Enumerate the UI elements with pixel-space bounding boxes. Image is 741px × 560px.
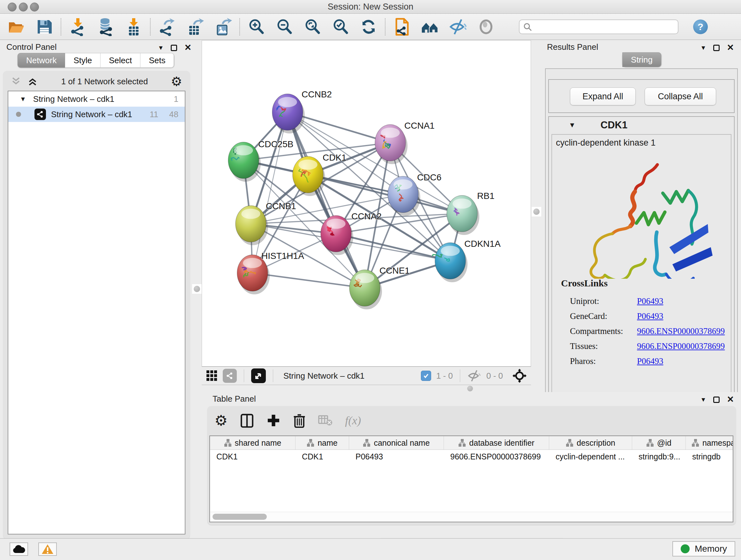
table-cell[interactable]: CDK1 [295,450,349,463]
network-edge-CCNB2-CCNE1[interactable] [287,112,365,288]
memory-button[interactable]: Memory [672,541,735,557]
zoom-selected-button[interactable] [331,17,350,37]
function-builder-icon[interactable]: f(x) [345,414,361,427]
open-session-button[interactable] [7,17,25,37]
create-column-plus-icon[interactable] [266,414,280,428]
network-canvas[interactable]: CCNB2CCNA1CDC25BCDK1CDC6RB1CCNB1CCNA2CDK… [202,40,531,367]
column-header-description[interactable]: description [549,436,632,449]
search-input[interactable] [535,22,674,32]
network-node-CCNB2[interactable]: CCNB2 [272,89,332,133]
home-button[interactable] [421,17,439,37]
maximize-panel-icon[interactable] [171,45,177,51]
expand-all-icon[interactable] [27,77,38,86]
network-node-CDC25B[interactable]: CDC25B [228,139,293,182]
table-row[interactable]: CDK1CDK1P064939606.ENSP00000378699cyclin… [210,450,733,463]
entry-collapse-icon[interactable]: ▼ [569,121,576,129]
crosslink-link[interactable]: 9606.ENSP00000378699 [637,326,725,336]
tab-network[interactable]: Network [17,53,65,68]
bottom-splitter-handle[interactable] [467,386,474,391]
table-cell[interactable]: stringdb:9... [632,450,686,463]
import-table-from-file-button[interactable] [125,17,143,37]
left-splitter-handle[interactable] [192,284,202,294]
cloud-status-button[interactable] [10,543,28,556]
network-graph[interactable]: CCNB2CCNA1CDC25BCDK1CDC6RB1CCNB1CCNA2CDK… [202,41,531,366]
delete-table-icon[interactable] [318,415,333,427]
table-cell[interactable]: cyclin-dependent ... [549,450,632,463]
collapse-all-button[interactable]: Collapse All [645,87,716,105]
birdseye-view-button[interactable] [251,368,266,383]
float-panel-icon[interactable]: ▼ [158,45,164,51]
network-from-file-button[interactable] [393,17,411,37]
table-cell[interactable]: P06493 [349,450,444,463]
right-splitter-handle[interactable] [532,207,541,216]
close-panel-icon[interactable]: ✕ [727,44,734,52]
help-button[interactable]: ? [693,19,708,34]
expand-all-button[interactable]: Expand All [570,87,636,105]
network-node-CCNE1[interactable]: CCNE1 [349,266,410,309]
close-panel-icon[interactable]: ✕ [727,395,734,404]
table-horizontal-scrollbar[interactable] [210,512,733,522]
table-options-gear-icon[interactable]: ⚙ [214,413,227,428]
network-node-CDC6[interactable]: CDC6 [388,172,441,216]
zoom-fit-button[interactable] [303,17,322,37]
column-header-name[interactable]: name [295,436,349,449]
show-columns-icon[interactable] [240,413,254,428]
warnings-button[interactable] [38,543,57,556]
column-header-@id[interactable]: @id [632,436,686,449]
float-panel-icon[interactable]: ▼ [700,45,706,51]
network-node-CCNA2[interactable]: CCNA2 [321,211,382,255]
network-edge-CCNB2-HIST1H1A[interactable] [253,112,287,273]
export-table-button[interactable] [186,17,204,37]
fit-content-crosshair-icon[interactable] [513,369,527,383]
show-hidden-button[interactable] [477,17,495,37]
grid-view-icon[interactable] [206,370,218,381]
zoom-out-button[interactable] [275,17,293,37]
zoom-in-icon [248,18,265,36]
maximize-panel-icon[interactable] [713,396,720,403]
export-network-button[interactable] [158,17,176,37]
tab-string[interactable]: String [622,52,661,67]
tab-style[interactable]: Style [65,53,100,68]
selected-nodes-checkbox[interactable] [421,371,431,381]
column-header-namespace[interactable]: namespace [686,436,733,449]
network-options-gear-icon[interactable]: ⚙ [171,75,182,88]
crosslink-link[interactable]: P06493 [637,296,664,306]
column-type-icon [224,439,232,447]
toolbar-separator [150,18,151,36]
tab-sets[interactable]: Sets [140,53,174,68]
crosslink-link[interactable]: 9606.ENSP00000378699 [637,341,725,351]
crosslink-link[interactable]: P06493 [637,356,664,366]
network-row[interactable]: String Network – cdk1 11 48 [8,107,185,122]
collapse-all-icon[interactable] [11,77,22,86]
table-cell[interactable]: stringdb [686,450,733,463]
network-node-CDKN1A[interactable]: CDKN1A [432,239,501,282]
network-node-CCNB1[interactable]: CCNB1 [235,201,296,245]
network-node-HIST1H1A[interactable]: HIST1H1A [237,251,304,294]
tree-expand-icon[interactable]: ▼ [20,96,26,103]
column-header-canonical-name[interactable]: canonical name [349,436,444,449]
tab-select[interactable]: Select [100,53,140,68]
maximize-panel-icon[interactable] [713,45,720,51]
import-network-from-file-button[interactable] [68,17,87,37]
table-cell[interactable]: 9606.ENSP00000378699 [444,450,549,463]
crosslink-link[interactable]: P06493 [637,311,664,321]
scrollbar-thumb[interactable] [212,514,267,520]
hidden-eye-icon[interactable] [467,369,481,382]
hide-selected-button[interactable] [449,17,467,37]
column-label: name [318,438,338,448]
network-node-CDK1[interactable]: CDK1 [293,152,347,196]
table-cell[interactable]: CDK1 [210,450,295,463]
export-image-button[interactable] [214,17,232,37]
network-node-RB1[interactable]: RB1 [447,191,494,235]
network-share-view-button[interactable] [223,369,237,383]
import-network-from-database-button[interactable] [96,17,115,37]
delete-column-trash-icon[interactable] [293,413,306,428]
close-panel-icon[interactable]: ✕ [184,44,192,52]
network-collection-row[interactable]: ▼ String Network – cdk1 1 [8,91,185,107]
column-header-shared-name[interactable]: shared name [210,436,295,449]
zoom-in-button[interactable] [247,17,266,37]
float-panel-icon[interactable]: ▼ [700,396,706,402]
refresh-view-button[interactable] [359,17,378,37]
column-header-database-identifier[interactable]: database identifier [444,436,549,449]
save-session-button[interactable] [35,17,54,37]
